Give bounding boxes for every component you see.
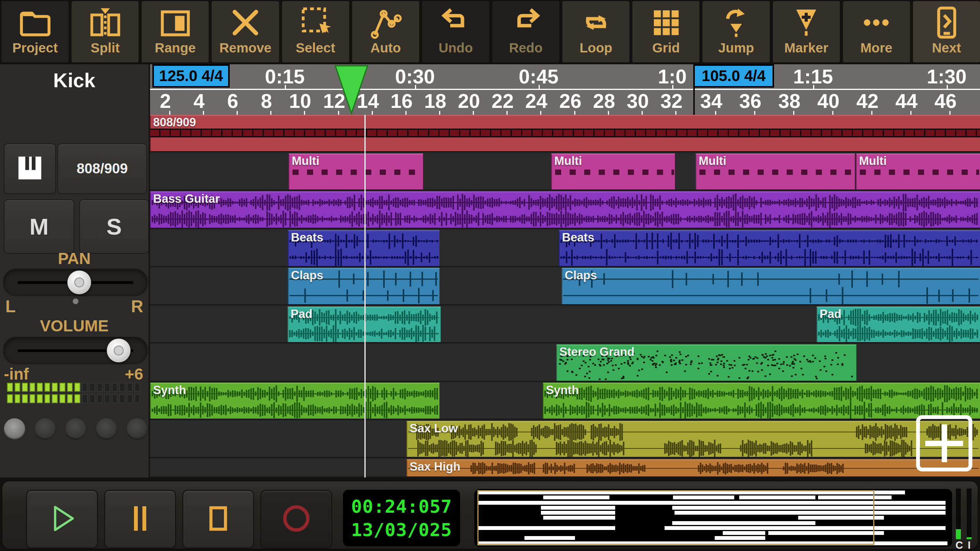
meter-segment (97, 394, 103, 403)
range-icon (157, 4, 194, 41)
instrument-button[interactable] (4, 143, 56, 194)
beat-label: 16 (390, 90, 413, 112)
level-meter-row-right (7, 394, 140, 403)
mute-button[interactable]: M (4, 199, 74, 254)
meter-segment (59, 394, 65, 403)
more-icon (858, 4, 895, 41)
transport-bar-inner: 00:24:057 13/03/025 C I (2, 481, 978, 549)
track-row[interactable]: Sax High (150, 459, 980, 478)
solo-button[interactable]: S (79, 199, 149, 254)
timeline-ruler[interactable]: 0:150:300:451:01:151:3024681012141618202… (150, 64, 980, 115)
grid-button[interactable]: Grid (632, 1, 699, 62)
jump-button[interactable]: Jump (702, 1, 769, 62)
remove-button[interactable]: Remove (212, 1, 279, 62)
clip-label: 808/909 (153, 116, 196, 129)
redo-button[interactable]: Redo (492, 1, 559, 62)
channel-knob-1[interactable] (4, 418, 25, 440)
time-tick (539, 85, 540, 89)
clip-sax-low[interactable]: Sax Low (407, 421, 980, 457)
clip-multi[interactable]: Multi (289, 153, 423, 189)
time-label: 0:45 (519, 65, 559, 88)
beat-tick (304, 111, 305, 115)
tempo-signature-badge[interactable]: 125.0 4/4 (152, 64, 230, 88)
record-button[interactable] (260, 490, 332, 549)
channel-knob-4[interactable] (96, 418, 117, 440)
track-row[interactable]: MultiMultiMultiMulti (150, 153, 980, 191)
toolbar-button-label: Select (296, 40, 335, 55)
stop-button[interactable] (182, 490, 254, 549)
clip-multi[interactable]: Multi (696, 153, 855, 189)
more-button[interactable]: More (843, 1, 910, 62)
undo-button[interactable]: Undo (422, 1, 489, 62)
track-row[interactable]: 808/909 (150, 115, 980, 152)
toolbar-button-label: Split (91, 40, 120, 55)
clip-synth[interactable]: Synth (543, 383, 980, 419)
add-track-button[interactable] (916, 415, 972, 471)
split-icon (87, 4, 124, 41)
clip-beats[interactable]: Beats (559, 230, 980, 266)
piano-icon (14, 152, 46, 186)
volume-slider-knob[interactable] (107, 339, 131, 362)
channel-knob-2[interactable] (34, 418, 56, 440)
clip-beats[interactable]: Beats (288, 230, 439, 266)
meter-segment (29, 383, 36, 392)
channel-knob-5[interactable] (126, 418, 148, 440)
playhead-triangle[interactable] (335, 65, 369, 115)
meter-segment (7, 383, 13, 392)
track-row[interactable]: Bass Guitar (150, 191, 980, 229)
pan-slider-knob[interactable] (67, 271, 91, 294)
split-button[interactable]: Split (72, 1, 139, 62)
next-button[interactable]: Next (913, 1, 980, 62)
beat-label: 24 (525, 90, 547, 112)
project-button[interactable]: Project (2, 1, 69, 62)
clip-multi[interactable]: Multi (856, 153, 980, 189)
volume-slider[interactable] (3, 337, 148, 364)
beat-tick (608, 111, 609, 115)
loop-button[interactable]: Loop (562, 1, 629, 62)
auto-button[interactable]: Auto (352, 1, 419, 62)
meter-segment (134, 383, 140, 392)
toolbar: ProjectSplitRangeRemoveSelectAutoUndoRed… (0, 0, 980, 64)
beat-label: 46 (934, 90, 957, 112)
beat-tick (675, 111, 676, 115)
beat-tick (949, 111, 951, 115)
clip-claps[interactable]: Claps (288, 268, 439, 304)
play-button[interactable] (26, 490, 98, 549)
tempo-signature-badge[interactable]: 105.0 4/4 (693, 64, 774, 88)
track-row[interactable]: Stereo Grand (150, 344, 980, 382)
beat-label: 6 (227, 90, 238, 112)
automation-icon (367, 4, 404, 41)
clip-claps[interactable]: Claps (562, 268, 980, 304)
track-row[interactable]: ClapsClaps (150, 268, 980, 305)
midi-dash-band (292, 170, 422, 175)
minimap-viewport[interactable] (477, 490, 874, 545)
clip-synth[interactable]: Synth (150, 383, 439, 419)
track-row[interactable]: SynthSynth (150, 383, 980, 420)
clip-bass-guitar[interactable]: Bass Guitar (150, 191, 980, 228)
instrument-name-button[interactable]: 808/909 (57, 143, 147, 194)
beat-tick (439, 111, 440, 115)
time-label: 1:15 (793, 65, 833, 88)
marker-button[interactable]: Marker (773, 1, 840, 62)
clip-stereo-grand[interactable]: Stereo Grand (556, 344, 856, 381)
clip-multi[interactable]: Multi (551, 153, 675, 189)
clip-sax-high[interactable]: Sax High (407, 459, 980, 476)
arrangement-minimap[interactable] (474, 489, 952, 547)
pause-button[interactable] (104, 490, 176, 549)
clip-pad[interactable]: Pad (287, 306, 441, 342)
time-tick (672, 85, 673, 89)
pan-slider[interactable] (3, 269, 148, 296)
clip-808-909[interactable]: 808/909 (150, 115, 980, 151)
select-button[interactable]: Select (282, 1, 349, 62)
clip-pad[interactable]: Pad (817, 306, 980, 342)
meter-segment (82, 383, 88, 392)
track-row[interactable]: PadPad (150, 306, 980, 343)
meter-segment (127, 394, 133, 403)
arrangement-area[interactable]: 808/909MultiMultiMultiMultiBass GuitarBe… (150, 115, 980, 478)
beat-label: 18 (424, 90, 446, 112)
channel-knob-3[interactable] (65, 418, 87, 440)
track-row[interactable]: BeatsBeats (150, 230, 980, 267)
range-button[interactable]: Range (142, 1, 209, 62)
track-row[interactable]: Sax Low (150, 421, 980, 458)
toolbar-button-label: Jump (718, 40, 754, 55)
